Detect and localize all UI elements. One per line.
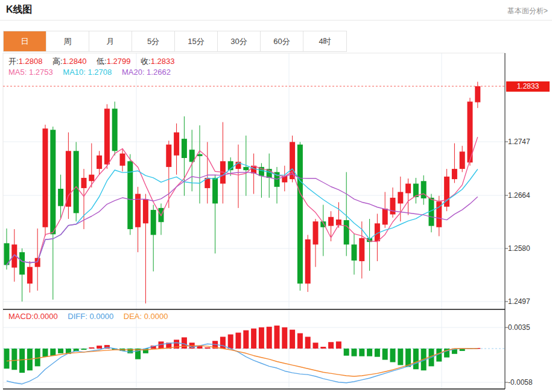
diff-value-legend: DIFF: 0.0000 [68, 312, 113, 321]
ma10-legend: MA10: 1.2708 [63, 68, 112, 77]
tab-week[interactable]: 周 [46, 31, 89, 51]
tab-4hour[interactable]: 4时 [303, 31, 346, 51]
price-axis-label: 1.2497 [508, 297, 530, 306]
low-label: 低: [97, 57, 107, 66]
header-divider [0, 20, 552, 21]
macd-axis-label: 0.0035 [508, 323, 530, 332]
macd-axis-label: -0.0058 [508, 378, 533, 387]
fundamental-analysis-link[interactable]: 基本面分析> [507, 6, 548, 16]
current-price-badge: 1.2833 [506, 81, 550, 92]
price-axis-label: 1.2747 [508, 138, 530, 146]
high-label: 高: [52, 57, 63, 66]
close-value: 1.2833 [151, 57, 175, 66]
open-value: 1.2808 [19, 57, 43, 66]
open-label: 开: [8, 57, 19, 66]
macd-value-legend: MACD:0.0000 [8, 312, 58, 321]
tab-30min[interactable]: 30分 [218, 31, 261, 51]
page-title: K线图 [6, 4, 33, 16]
tab-15min[interactable]: 15分 [175, 31, 218, 51]
close-label: 收: [141, 57, 151, 66]
price-axis-label: 1.2580 [508, 244, 530, 253]
kline-widget: K线图 基本面分析> 日 周 月 5分 15分 30分 60分 4时 开:1.2… [0, 0, 552, 392]
tab-month[interactable]: 月 [89, 31, 132, 51]
macd-legend: MACD:0.0000 DIFF: 0.0000 DEA: 0.0000 [8, 312, 176, 321]
ma5-legend: MA5: 1.2753 [8, 68, 53, 77]
high-value: 1.2840 [63, 57, 87, 66]
price-axis-label: 1.2664 [508, 191, 530, 200]
ma20-legend: MA20: 1.2662 [122, 68, 171, 77]
low-value: 1.2799 [107, 57, 131, 66]
interval-tabbar: 日 周 月 5分 15分 30分 60分 4时 [3, 31, 347, 52]
dea-value-legend: DEA: 0.0000 [124, 312, 168, 321]
tab-5min[interactable]: 5分 [132, 31, 175, 51]
tab-60min[interactable]: 60分 [261, 31, 303, 51]
ohlc-legend: 开:1.2808 高:1.2840 低:1.2799 收:1.2833 [8, 56, 182, 67]
tab-day[interactable]: 日 [4, 31, 46, 51]
ma-legend: MA5: 1.2753 MA10: 1.2708 MA20: 1.2662 [8, 68, 179, 77]
